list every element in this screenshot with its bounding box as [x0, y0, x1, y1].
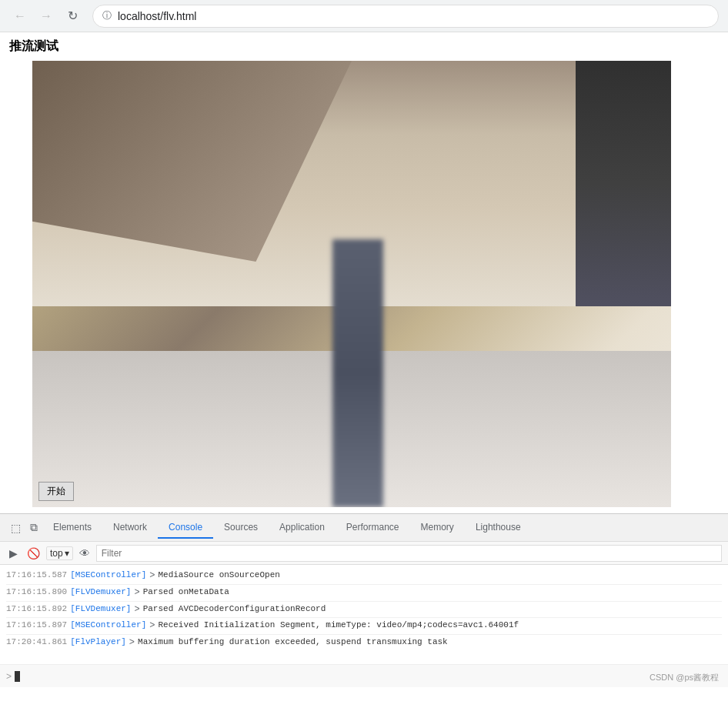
source-tag: [FLVDemuxer]	[70, 603, 131, 615]
chevron-down-icon: ▾	[65, 548, 69, 559]
message-text: Parsed AVCDecoderConfigurationRecord	[143, 603, 326, 615]
ceiling-dark-right	[576, 61, 672, 306]
source-tag: [MSEController]	[70, 619, 146, 631]
eye-button[interactable]: 👁	[76, 546, 93, 561]
source-tag: [FlvPlayer]	[70, 636, 126, 648]
watermark: CSDN @ps酱教程	[650, 672, 719, 683]
timestamp: 17:16:15.892	[6, 603, 67, 615]
filter-input[interactable]	[96, 545, 722, 562]
console-output: 17:16:15.587 [MSEController] > MediaSour…	[0, 565, 728, 664]
tab-network[interactable]: Network	[102, 517, 158, 539]
tab-performance[interactable]: Performance	[336, 517, 410, 539]
tab-lighthouse[interactable]: Lighthouse	[465, 517, 532, 539]
page-content: 推流测试 开始	[0, 32, 728, 513]
console-footer: >	[0, 664, 728, 687]
arrow-icon: >	[134, 603, 139, 616]
lock-icon: ⓘ	[102, 9, 112, 22]
refresh-icon: ↻	[68, 8, 78, 23]
column-shape	[332, 239, 383, 507]
timestamp: 17:16:15.897	[6, 619, 67, 631]
tab-elements[interactable]: Elements	[42, 517, 102, 539]
cursor-icon: ⬚	[11, 522, 21, 534]
arrow-icon: >	[134, 586, 139, 599]
nav-buttons: ← → ↻	[9, 5, 83, 27]
back-icon: ←	[14, 9, 26, 23]
forward-icon: →	[40, 9, 52, 23]
console-toolbar: ▶ 🚫 top ▾ 👁	[0, 542, 728, 565]
console-line: 17:16:15.890 [FLVDemuxer] > Parsed onMet…	[6, 585, 722, 602]
timestamp: 17:20:41.861	[6, 636, 67, 648]
device-toolbar-button[interactable]: ⧉	[25, 518, 42, 537]
console-prompt-icon: >	[6, 671, 12, 682]
device-icon: ⧉	[30, 521, 38, 534]
refresh-button[interactable]: ↻	[62, 5, 83, 27]
tab-console[interactable]: Console	[158, 517, 213, 539]
play-icon: ▶	[9, 547, 18, 559]
tab-application[interactable]: Application	[269, 517, 336, 539]
start-button[interactable]: 开始	[38, 482, 74, 501]
page-title: 推流测试	[9, 38, 719, 55]
message-text: MediaSource onSourceOpen	[158, 569, 279, 581]
timestamp: 17:16:15.890	[6, 586, 67, 598]
forward-button[interactable]: →	[35, 5, 57, 27]
devtools: ⬚ ⧉ Elements Network Console Sources App…	[0, 513, 728, 686]
clear-console-button[interactable]: 🚫	[24, 546, 43, 561]
no-entry-icon: 🚫	[27, 547, 40, 559]
video-container: 开始	[32, 61, 671, 507]
console-line: 17:20:41.861 [FlvPlayer] > Maximum buffe…	[6, 635, 722, 651]
video-placeholder	[32, 61, 671, 507]
source-tag: [MSEController]	[70, 569, 146, 581]
message-text: Parsed onMetaData	[143, 586, 229, 598]
back-button[interactable]: ←	[9, 5, 31, 27]
tab-sources[interactable]: Sources	[213, 517, 269, 539]
eye-icon: 👁	[79, 547, 90, 559]
url-input[interactable]	[118, 10, 709, 22]
inspect-element-button[interactable]: ⬚	[6, 519, 25, 537]
context-label: top	[50, 548, 63, 559]
play-pause-button[interactable]: ▶	[6, 546, 21, 561]
console-cursor	[15, 671, 20, 682]
message-text: Maximum buffering duration exceeded, sus…	[138, 636, 448, 648]
address-bar[interactable]: ⓘ	[92, 5, 719, 28]
source-tag: [FLVDemuxer]	[70, 586, 131, 598]
console-line: 17:16:15.587 [MSEController] > MediaSour…	[6, 568, 722, 585]
console-line: 17:16:15.892 [FLVDemuxer] > Parsed AVCDe…	[6, 602, 722, 619]
arrow-icon: >	[149, 619, 155, 633]
arrow-icon: >	[129, 636, 135, 650]
browser-toolbar: ← → ↻ ⓘ	[0, 0, 728, 32]
console-line: 17:16:15.897 [MSEController] > Received …	[6, 618, 722, 635]
message-text: Received Initialization Segment, mimeTyp…	[158, 619, 519, 631]
timestamp: 17:16:15.587	[6, 569, 67, 581]
tab-memory[interactable]: Memory	[410, 517, 465, 539]
arrow-icon: >	[149, 569, 155, 583]
devtools-tab-bar: ⬚ ⧉ Elements Network Console Sources App…	[0, 514, 728, 542]
context-selector[interactable]: top ▾	[46, 546, 73, 560]
